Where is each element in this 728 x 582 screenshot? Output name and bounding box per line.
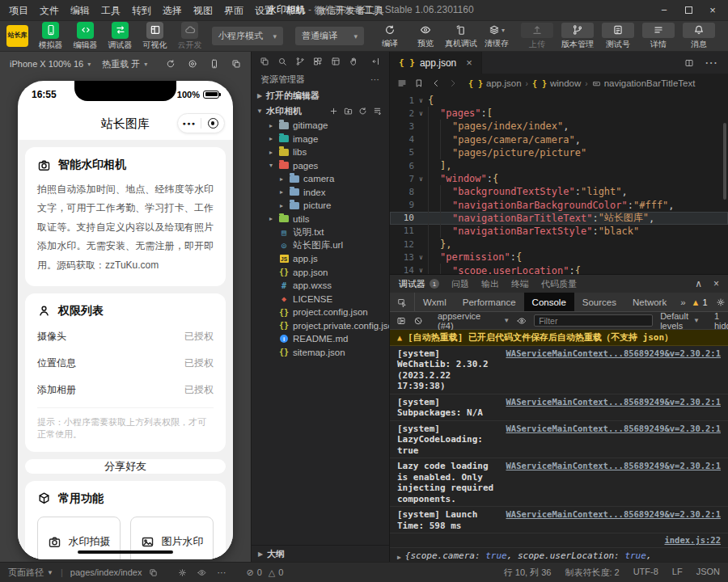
toggle-可视化[interactable]: 可视化 bbox=[138, 22, 171, 51]
mode-dropdown[interactable]: 小程序模式▾ bbox=[212, 27, 283, 45]
tree-item-camera[interactable]: ▸camera bbox=[252, 172, 389, 186]
menu-item-工具[interactable]: 工具 bbox=[95, 0, 126, 21]
clear-console-icon[interactable] bbox=[413, 316, 423, 326]
fold-icon[interactable]: ∨ bbox=[414, 110, 428, 117]
breadcrumb-item-navigationBarTitleText[interactable]: navigationBarTitleText bbox=[592, 78, 696, 88]
gear-icon[interactable] bbox=[716, 297, 726, 307]
breadcrumb-item-window[interactable]: { }window bbox=[532, 78, 581, 88]
eol[interactable]: LF bbox=[672, 567, 683, 579]
inspect-element-icon[interactable] bbox=[390, 293, 415, 311]
tree-item-utils[interactable]: ▸utils bbox=[252, 213, 389, 226]
toggle-云开发[interactable]: 云开发 bbox=[173, 22, 206, 51]
tree-item-app.json[interactable]: {}app.json bbox=[252, 266, 389, 280]
action-预览[interactable]: 预览 bbox=[408, 23, 442, 49]
tree-item-project.config.json[interactable]: {}project.config.json bbox=[252, 306, 389, 319]
tree-item-README.md[interactable]: iREADME.md bbox=[252, 332, 389, 346]
tab-overflow-icon[interactable]: » bbox=[675, 297, 691, 307]
context-dropdown[interactable]: appservice (#4) ▼ bbox=[438, 311, 510, 331]
collapse-folders-icon[interactable] bbox=[373, 107, 382, 116]
devtools-tab-Console[interactable]: Console bbox=[524, 293, 574, 311]
collapse-sidebar-icon[interactable] bbox=[371, 57, 381, 66]
project-root[interactable]: ▼ 水印相机 bbox=[252, 103, 389, 119]
exit-icon[interactable] bbox=[201, 118, 224, 129]
app-logo[interactable]: 站长库 bbox=[6, 25, 28, 47]
tree-item-说明.txt[interactable]: ▤说明.txt bbox=[252, 226, 389, 239]
expand-icon[interactable]: ▶ bbox=[397, 550, 401, 563]
debugger-tab-输出[interactable]: 输出 bbox=[481, 278, 499, 290]
live-expression-icon[interactable] bbox=[517, 316, 527, 326]
action-清缓存[interactable]: ▾清缓存 bbox=[480, 23, 514, 49]
new-file-icon[interactable] bbox=[329, 107, 338, 116]
fold-icon[interactable]: ∨ bbox=[414, 267, 428, 274]
bookmark-icon[interactable] bbox=[414, 78, 424, 88]
devtools-tab-Wxml[interactable]: Wxml bbox=[415, 293, 455, 311]
share-button[interactable]: 分享好友 bbox=[25, 459, 226, 474]
new-folder-icon[interactable] bbox=[344, 107, 353, 116]
language-mode[interactable]: JSON bbox=[696, 567, 720, 579]
fold-icon[interactable]: ∨ bbox=[414, 254, 428, 261]
action-版本管理[interactable]: 版本管理 bbox=[560, 23, 595, 50]
more-icon[interactable]: ⋯ bbox=[705, 55, 717, 70]
tree-item-libs[interactable]: ▸libs bbox=[252, 146, 389, 159]
close-panel-icon[interactable]: × bbox=[713, 278, 719, 289]
action-编译[interactable]: 编译 bbox=[373, 23, 407, 49]
tree-item-image[interactable]: ▸image bbox=[252, 133, 389, 146]
console-sidebar-icon[interactable] bbox=[396, 316, 406, 326]
toggle-调试器[interactable]: 调试器 bbox=[104, 22, 137, 51]
debugger-tab-代码质量[interactable]: 代码质量 bbox=[541, 278, 577, 290]
tree-item-index[interactable]: ▸index bbox=[252, 186, 389, 200]
refresh-explorer-icon[interactable] bbox=[358, 107, 367, 116]
split-editor-icon[interactable] bbox=[684, 58, 694, 68]
code-editor[interactable]: 1∨{2∨"pages": [3"pages/index/index",4"pa… bbox=[390, 93, 728, 274]
compile-mode-dropdown[interactable]: 普通编译▾ bbox=[295, 27, 364, 45]
breadcrumb-item-app.json[interactable]: { }app.json bbox=[468, 78, 522, 88]
menu-item-界面[interactable]: 界面 bbox=[218, 0, 249, 21]
tree-item-站长图库.url[interactable]: ◎站长图库.url bbox=[252, 239, 389, 253]
action-测试号[interactable]: 测试号 bbox=[600, 23, 636, 50]
close-button[interactable]: × bbox=[700, 1, 725, 20]
tab-size[interactable]: 制表符长度: 2 bbox=[565, 567, 619, 579]
fold-icon[interactable]: ∨ bbox=[414, 97, 428, 104]
debugger-tab-问题[interactable]: 问题 bbox=[451, 278, 469, 290]
maximize-button[interactable] bbox=[676, 1, 700, 20]
toggle-模拟器[interactable]: 模拟器 bbox=[34, 22, 67, 51]
tree-item-project.private.config.json[interactable]: {}project.private.config.json bbox=[252, 319, 389, 333]
list-icon[interactable] bbox=[397, 78, 407, 88]
fold-icon[interactable]: ∨ bbox=[414, 175, 428, 183]
warning-count[interactable]: ▲ 1 bbox=[692, 297, 708, 307]
console-source-link[interactable]: WAServiceMainContext...85689249&v=2.30.2… bbox=[506, 348, 721, 360]
tree-item-pages[interactable]: ▾pages bbox=[252, 159, 389, 173]
tree-item-sitemap.json[interactable]: {}sitemap.json bbox=[252, 346, 389, 360]
console-source-link[interactable]: WAServiceMainContext...85689249&v=2.30.2… bbox=[506, 424, 721, 435]
compile-settings-icon[interactable] bbox=[178, 568, 187, 577]
action-详情[interactable]: 详情 bbox=[641, 23, 676, 50]
open-editors-section[interactable]: ▶ 打开的编辑器 bbox=[252, 88, 389, 103]
preview-icon[interactable] bbox=[197, 568, 206, 577]
problems-counters[interactable]: ⊘0 △0 bbox=[246, 567, 283, 578]
devtools-tab-Sources[interactable]: Sources bbox=[574, 293, 624, 311]
tree-item-app.wxss[interactable]: #app.wxss bbox=[252, 279, 389, 293]
back-icon[interactable] bbox=[431, 78, 441, 88]
menu-item-转到[interactable]: 转到 bbox=[126, 0, 157, 21]
devtools-tab-Network[interactable]: Network bbox=[624, 293, 675, 311]
outline-section[interactable]: ▶ 大纲 bbox=[252, 545, 389, 562]
cursor-position[interactable]: 行 10, 列 36 bbox=[504, 567, 552, 579]
console-source-link[interactable]: index.js:22 bbox=[664, 535, 721, 546]
tree-item-gitimage[interactable]: ▸gitimage bbox=[252, 119, 389, 133]
editor-scrollbar[interactable] bbox=[723, 123, 726, 200]
action-消息[interactable]: 消息 bbox=[681, 23, 717, 50]
copy-path-icon[interactable] bbox=[149, 568, 158, 577]
action-真机调试[interactable]: 真机调试 bbox=[444, 23, 478, 49]
forward-icon[interactable] bbox=[448, 78, 458, 88]
menu-item-选择[interactable]: 选择 bbox=[157, 0, 188, 21]
menu-item-视图[interactable]: 视图 bbox=[188, 0, 218, 21]
minimize-button[interactable]: − bbox=[652, 1, 676, 20]
tree-item-app.js[interactable]: JSapp.js bbox=[252, 252, 389, 266]
close-tab-icon[interactable]: × bbox=[466, 57, 472, 69]
page-path-dropdown[interactable]: 页面路径 ▼ bbox=[8, 567, 53, 579]
tree-item-picture[interactable]: ▸picture bbox=[252, 199, 389, 213]
console-source-link[interactable]: WAServiceMainContext...85689249&v=2.30.2… bbox=[506, 461, 721, 472]
tab-app-json[interactable]: { } app.json × bbox=[390, 52, 482, 74]
log-levels-dropdown[interactable]: Default levels ▼ bbox=[660, 311, 700, 331]
capsule-menu[interactable]: ●●● bbox=[177, 113, 225, 133]
